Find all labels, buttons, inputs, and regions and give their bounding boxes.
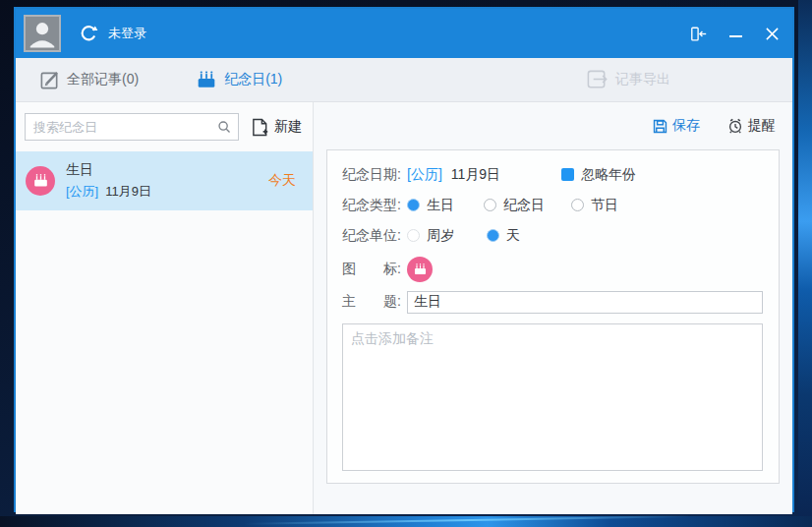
calendar-tag: [公历] [66,183,98,201]
edit-note-icon [39,70,60,90]
new-item-button[interactable]: 新建 [251,117,302,138]
tab-anniversary-label: 纪念日(1) [224,71,282,88]
remind-label: 提醒 [748,117,776,135]
icon-label: 图 标: [342,261,407,278]
list-item-text: 生日 [公历] 11月9日 [66,161,268,201]
search-icon [216,119,232,135]
subject-label: 主 题: [342,293,407,311]
tab-all-notes-label: 全部记事(0) [67,71,139,88]
desktop: { "titlebar": { "login_status": "未登录" },… [0,0,812,527]
cake-icon [413,263,428,276]
type-option-birthday[interactable]: 生日 [407,197,454,214]
person-icon [26,17,59,50]
list-item-anniversary[interactable]: 生日 [公历] 11月9日 今天 [16,151,313,210]
item-date: 11月9日 [105,183,151,201]
desktop-wallpaper-waves [0,516,812,527]
radio-selected-icon[interactable] [407,199,420,211]
unit-option-days[interactable]: 天 [487,227,520,245]
search-row: 新建 [16,102,313,151]
app-window: 未登录 [14,7,794,512]
cake-icon [26,166,55,196]
radio-icon[interactable] [571,199,584,211]
list-item-title: 生日 [66,161,268,179]
icon-picker[interactable] [407,257,433,282]
cake-icon [196,70,217,90]
editor-panel: 保存 提醒 纪念日期: [314,102,792,514]
save-button[interactable]: 保存 [652,117,700,135]
unit-option-label: 天 [506,227,520,245]
notes-textarea[interactable] [342,323,763,471]
radio-selected-icon[interactable] [487,229,499,242]
main-area: 新建 生日 [公历] 11月9日 [16,102,792,514]
export-label: 记事导出 [615,71,670,88]
type-option-festival[interactable]: 节日 [571,197,618,214]
alarm-clock-icon [726,117,744,135]
search-input[interactable] [25,113,239,141]
editor-actions: 保存 提醒 [314,102,792,149]
window-controls [690,25,781,42]
subject-row: 主 题: [342,290,763,314]
remind-button[interactable]: 提醒 [726,117,776,135]
type-label: 纪念类型: [342,197,407,214]
icon-row: 图 标: [342,257,763,282]
ignore-year-checkbox[interactable] [561,168,574,181]
ignore-year-label[interactable]: 忽略年份 [581,166,636,184]
toolbar: 全部记事(0) 纪念日(1) 记事导出 [16,58,792,102]
user-avatar[interactable] [24,15,61,52]
mini-mode-icon[interactable] [690,25,708,42]
save-label: 保存 [672,117,700,135]
date-value[interactable]: 11月9日 [451,166,500,184]
sidebar: 新建 生日 [公历] 11月9日 [16,102,314,514]
radio-disabled-icon[interactable] [407,229,420,242]
login-status[interactable]: 未登录 [108,25,146,42]
radio-icon[interactable] [484,199,496,211]
subject-input[interactable] [407,291,763,314]
unit-option-label: 周岁 [427,227,454,245]
type-option-label: 纪念日 [503,197,545,214]
list-item-subtitle: [公历] 11月9日 [66,183,268,201]
date-label: 纪念日期: [342,166,407,184]
export-icon [586,68,609,91]
desktop-wallpaper-band [798,0,812,527]
unit-row: 纪念单位: 周岁 天 [342,226,763,245]
today-badge: 今天 [268,172,296,190]
titlebar: 未登录 [16,9,792,58]
anniversary-form: 纪念日期: [公历] 11月9日 忽略年份 纪念类型: 生日 纪念日 [326,149,780,484]
save-icon [652,118,668,135]
date-row: 纪念日期: [公历] 11月9日 忽略年份 [342,165,763,184]
type-option-label: 生日 [427,197,454,214]
tab-all-notes[interactable]: 全部记事(0) [39,70,139,90]
close-icon[interactable] [763,25,781,42]
tab-anniversary[interactable]: 纪念日(1) [196,70,282,90]
refresh-icon[interactable] [78,23,99,44]
type-option-anniversary[interactable]: 纪念日 [484,197,545,214]
export-notes-button[interactable]: 记事导出 [586,68,670,91]
new-item-label: 新建 [274,118,302,136]
type-option-label: 节日 [591,197,618,214]
new-document-icon [251,117,269,138]
type-row: 纪念类型: 生日 纪念日 节日 [342,196,763,214]
unit-label: 纪念单位: [342,227,407,245]
minimize-icon[interactable] [726,25,744,42]
unit-option-age[interactable]: 周岁 [407,227,454,245]
calendar-tag-button[interactable]: [公历] [407,166,442,184]
